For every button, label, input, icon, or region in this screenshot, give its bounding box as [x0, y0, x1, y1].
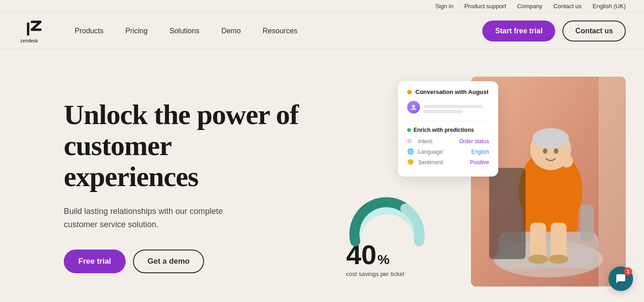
intent-value: Order status: [459, 138, 489, 145]
nav-solutions[interactable]: Solutions: [158, 23, 210, 39]
topbar-company[interactable]: Company: [517, 3, 542, 10]
free-trial-button[interactable]: Free trial: [64, 250, 126, 273]
conv-status-dot: [407, 90, 412, 94]
svg-point-2: [412, 105, 415, 108]
top-bar: Sign in Product support Company Contact …: [0, 0, 644, 13]
svg-point-16: [560, 155, 573, 167]
hero-subtitle: Build lasting relationships with our com…: [64, 205, 255, 231]
nav-actions: Start free trial Contact us: [482, 21, 626, 42]
contact-us-button[interactable]: Contact us: [562, 21, 626, 42]
topbar-signin[interactable]: Sign in: [435, 3, 454, 10]
gauge-container: [346, 196, 428, 250]
stat-percent: %: [378, 252, 390, 267]
hero-buttons: Free trial Get a demo: [64, 250, 301, 273]
svg-point-18: [554, 148, 558, 154]
smile-icon: 🙂: [407, 159, 414, 166]
intent-label: Intent:: [418, 138, 455, 145]
nav-pricing[interactable]: Pricing: [114, 23, 158, 39]
conv-title: Conversation with August: [415, 89, 489, 95]
conversation-card: Conversation with August Enrich wit: [398, 81, 498, 177]
avatar-icon: [410, 104, 417, 111]
svg-rect-15: [580, 204, 594, 241]
gauge-svg: [346, 196, 428, 250]
conv-header: Conversation with August: [407, 89, 489, 95]
grid-icon: ⊞: [407, 138, 414, 145]
enrich-section: Enrich with predictions ⊞ Intent: Order …: [407, 121, 489, 166]
enrich-title: Enrich with predictions: [414, 127, 474, 133]
enrich-sentiment-row: 🙂 Sentiment: Positive: [407, 159, 489, 166]
svg-rect-20: [489, 168, 526, 259]
start-free-trial-button[interactable]: Start free trial: [482, 21, 555, 42]
svg-point-9: [532, 128, 569, 148]
nav-resources[interactable]: Resources: [252, 23, 308, 39]
chat-button[interactable]: 1: [608, 266, 633, 291]
svg-point-17: [543, 148, 547, 154]
svg-point-14: [548, 255, 568, 264]
sentiment-value: Positive: [470, 159, 489, 166]
chat-badge: 1: [624, 267, 632, 276]
svg-rect-10: [523, 177, 578, 232]
enrich-language-row: 🌐 Language: English: [407, 148, 489, 156]
nav-demo[interactable]: Demo: [210, 23, 252, 39]
stat-area: 40 % cost savings per ticket: [346, 196, 428, 277]
conv-line-2: [424, 110, 463, 113]
topbar-contact-us[interactable]: Contact us: [553, 3, 582, 10]
enrich-status-dot: [407, 128, 411, 132]
svg-rect-11: [530, 223, 546, 259]
topbar-product-support[interactable]: Product support: [464, 3, 506, 10]
hero-section: Unlock the power of customer experiences…: [0, 49, 644, 302]
globe-icon: 🌐: [407, 148, 414, 156]
language-label: Language:: [418, 149, 468, 155]
svg-rect-12: [551, 223, 567, 259]
language-value: English: [471, 149, 489, 155]
chat-icon: [615, 273, 627, 285]
hero-text: Unlock the power of customer experiences…: [64, 99, 301, 273]
nav-products[interactable]: Products: [64, 23, 114, 39]
conv-line-1: [424, 105, 483, 108]
stat-label: cost savings per ticket: [346, 271, 428, 277]
svg-point-13: [528, 255, 548, 264]
get-demo-button[interactable]: Get a demo: [133, 250, 204, 273]
logo[interactable]: zendesk: [18, 17, 46, 45]
nav-links: Products Pricing Solutions Demo Resource…: [64, 23, 482, 39]
conv-avatar: [407, 101, 420, 114]
svg-text:zendesk: zendesk: [20, 37, 39, 43]
enrich-header: Enrich with predictions: [407, 127, 489, 133]
navbar: zendesk Products Pricing Solutions Demo …: [0, 13, 644, 49]
sentiment-label: Sentiment:: [418, 159, 466, 166]
enrich-intent-row: ⊞ Intent: Order status: [407, 138, 489, 145]
topbar-language[interactable]: English (UK): [593, 3, 626, 10]
hero-title: Unlock the power of customer experiences: [64, 99, 301, 193]
zendesk-logo-icon: zendesk: [18, 17, 46, 45]
hero-visual: Conversation with August Enrich wit: [319, 77, 626, 296]
svg-rect-19: [598, 77, 626, 286]
